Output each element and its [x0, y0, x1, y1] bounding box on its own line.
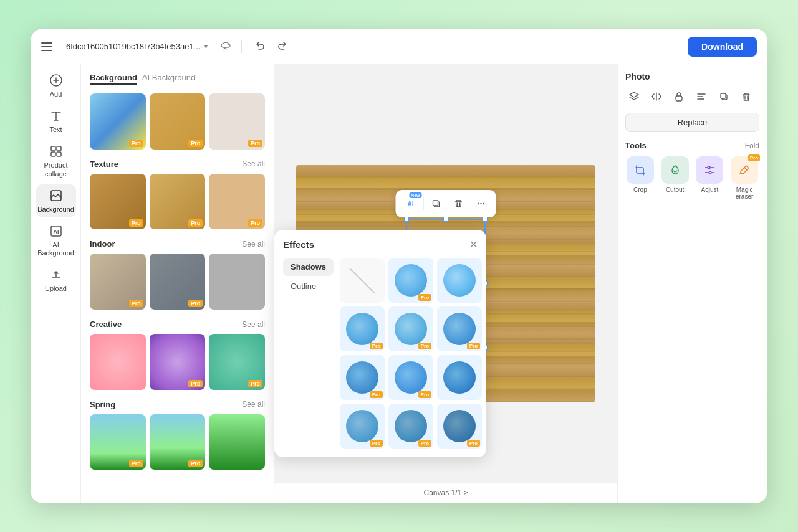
menu-icon[interactable]: [41, 38, 59, 55]
effect-item-8[interactable]: [437, 355, 482, 400]
floating-toolbar: AI New: [396, 190, 496, 217]
creative-thumb-2[interactable]: Pro: [150, 334, 206, 390]
sidebar-item-upload[interactable]: Upload: [36, 264, 76, 297]
texture-see-all[interactable]: See all: [242, 159, 265, 168]
svg-rect-21: [676, 96, 682, 101]
indoor-thumb-1[interactable]: Pro: [90, 254, 146, 310]
effects-close-button[interactable]: ✕: [469, 239, 478, 250]
tools-header: Tools Fold: [625, 141, 759, 150]
svg-point-11: [480, 203, 481, 204]
replace-button[interactable]: Replace: [625, 113, 759, 132]
sidebar-item-add[interactable]: Add: [36, 69, 76, 102]
new-badge: New: [409, 192, 421, 198]
spring-thumb-2[interactable]: Pro: [150, 414, 206, 470]
bg-thumb-mosque[interactable]: Pro: [90, 93, 146, 150]
effect-circle-6: [346, 361, 378, 394]
tool-adjust[interactable]: Adjust: [695, 156, 725, 200]
layer-icon[interactable]: [625, 88, 643, 105]
spring-thumb-1[interactable]: Pro: [90, 414, 146, 470]
handle-top-right[interactable]: [483, 217, 488, 222]
spring-title: Spring: [90, 400, 115, 409]
crop-label: Crop: [633, 186, 647, 193]
bg-thumb-arch1[interactable]: Pro: [150, 93, 206, 150]
fold-button[interactable]: Fold: [745, 141, 759, 150]
topbar: 6fdcd160051019bc18f73b4fe53ae1... ▼: [31, 29, 767, 64]
align-icon[interactable]: [693, 88, 710, 105]
texture-section-header: Texture See all: [90, 159, 265, 169]
effect-circle-8: [443, 361, 476, 394]
effect-none[interactable]: [340, 258, 385, 303]
handle-top-center[interactable]: [443, 217, 448, 222]
delete-button[interactable]: [449, 194, 469, 214]
indoor-section-header: Indoor See all: [90, 239, 265, 249]
magic-eraser-pro-badge: Pro: [748, 154, 760, 161]
tool-crop[interactable]: Crop: [625, 156, 655, 200]
creative-see-all[interactable]: See all: [242, 320, 265, 329]
sidebar-item-background[interactable]: Background: [36, 184, 76, 217]
tab-ai-background[interactable]: AI Background: [142, 72, 195, 85]
crop-icon-box: [627, 156, 654, 184]
effect-item-7[interactable]: Pro: [388, 355, 433, 400]
effects-tab-shadows[interactable]: Shadows: [283, 258, 334, 276]
effect-item-1[interactable]: Pro: [388, 258, 433, 303]
spring-thumb-3[interactable]: [209, 414, 265, 470]
undo-button[interactable]: [252, 38, 269, 55]
texture-thumb-1[interactable]: Pro: [90, 174, 146, 230]
texture-thumb-3[interactable]: Pro: [209, 174, 265, 230]
effect-circle-2: [443, 264, 476, 297]
creative-grid: Pro Pro: [90, 334, 265, 390]
tool-magic-eraser[interactable]: Pro Magic eraser: [729, 156, 759, 200]
flip-icon[interactable]: [648, 88, 665, 105]
indoor-see-all[interactable]: See all: [242, 240, 265, 249]
svg-text:AI: AI: [53, 229, 59, 235]
ai-tool-button[interactable]: AI New: [401, 194, 421, 214]
effect-item-3[interactable]: Pro: [340, 306, 385, 351]
texture-thumb-2[interactable]: Pro: [150, 174, 206, 230]
indoor-thumb-3[interactable]: [209, 254, 265, 310]
tool-cutout[interactable]: Cutout: [660, 156, 690, 200]
creative-thumb-1[interactable]: [90, 334, 146, 390]
cutout-icon-box: [661, 156, 689, 184]
effects-grid: Pro Pro Pro Pro: [340, 258, 482, 449]
effect-item-11[interactable]: Pro: [437, 404, 482, 449]
bg-thumb-arch2[interactable]: Pro: [209, 93, 265, 150]
sidebar-item-product-collage[interactable]: Product collage: [36, 140, 76, 181]
no-effect-icon: [345, 263, 380, 298]
effect-circle-10: [395, 410, 427, 442]
handle-top-left[interactable]: [404, 217, 409, 222]
effect-pro-badge: Pro: [370, 440, 383, 447]
download-button[interactable]: Download: [688, 37, 757, 57]
lock-icon[interactable]: [670, 88, 688, 105]
creative-title: Creative: [90, 320, 122, 329]
effect-circle-1: [395, 264, 427, 297]
effects-tab-outline[interactable]: Outline: [283, 277, 334, 295]
more-options-button[interactable]: [471, 194, 491, 214]
effect-item-5[interactable]: Pro: [437, 306, 482, 351]
effects-title: Effects: [283, 239, 314, 250]
tab-background[interactable]: Background: [90, 72, 137, 85]
filename-chevron: ▼: [203, 43, 209, 50]
svg-rect-9: [433, 201, 438, 206]
ai-background-label: AI Background: [37, 241, 74, 257]
effect-circle-11: [443, 410, 476, 442]
redo-button[interactable]: [273, 38, 291, 55]
spring-see-all[interactable]: See all: [242, 400, 265, 409]
filename-display[interactable]: 6fdcd160051019bc18f73b4fe53ae1... ▼: [66, 42, 209, 51]
tools-grid: Crop Cutout: [625, 156, 759, 200]
effect-item-2[interactable]: [437, 258, 482, 303]
text-icon: [49, 108, 64, 123]
sidebar-item-ai-background[interactable]: AI AI Background: [36, 220, 76, 261]
texture-grid: Pro Pro Pro: [90, 174, 265, 230]
effect-item-9[interactable]: Pro: [340, 404, 385, 449]
effect-item-4[interactable]: Pro: [388, 306, 433, 351]
effect-item-6[interactable]: Pro: [340, 355, 385, 400]
duplicate-button[interactable]: [426, 194, 446, 214]
spring-grid: Pro Pro: [90, 414, 265, 470]
delete-photo-icon[interactable]: [738, 88, 755, 105]
effect-item-10[interactable]: Pro: [388, 404, 433, 449]
indoor-thumb-2[interactable]: Pro: [150, 254, 206, 310]
sidebar-item-text[interactable]: Text: [36, 105, 76, 138]
svg-point-10: [478, 203, 479, 204]
duplicate-photo-icon[interactable]: [715, 88, 733, 105]
creative-thumb-3[interactable]: Pro: [209, 334, 265, 390]
